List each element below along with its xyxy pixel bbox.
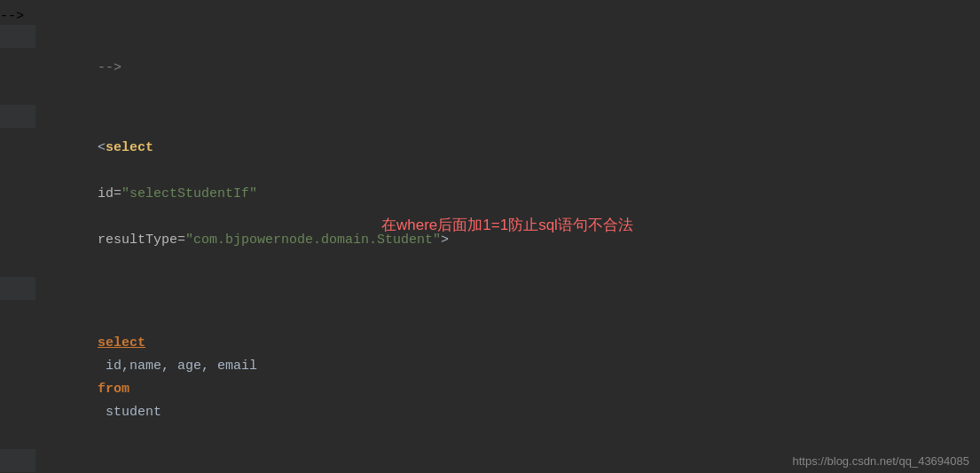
- code-editor: --> --> <select id="selectStudentIf" res…: [0, 0, 980, 473]
- kw-select: select: [98, 335, 145, 351]
- attr-id-val: "selectStudentIf": [122, 186, 257, 201]
- footer-url: https://blog.csdn.net/qq_43694085: [793, 454, 970, 468]
- space2: [98, 209, 106, 225]
- comment-close: -->: [98, 60, 122, 75]
- angle-open: <: [98, 140, 106, 155]
- kw-from: from: [98, 382, 129, 397]
- space1: [98, 163, 106, 178]
- space: id,name, age, email: [98, 359, 265, 374]
- line-code: where 1=1: [35, 458, 208, 473]
- tag-select: select: [106, 140, 153, 155]
- annotation-text: 在where后面加1=1防止sql语句不合法: [381, 215, 633, 235]
- line-code: select id,name, age, email from student: [35, 286, 265, 447]
- line-number: [0, 105, 35, 128]
- line-number: [0, 25, 35, 48]
- attr-id: id=: [98, 186, 122, 201]
- table: student: [98, 405, 161, 420]
- line-select-tag: <select id="selectStudentIf" resultType=…: [0, 104, 980, 276]
- line-select-query: select id,name, age, email from student: [0, 276, 980, 448]
- line-number: [0, 277, 35, 300]
- line-comment-end: -->: [0, 24, 980, 104]
- line-number: [0, 449, 35, 472]
- line-code: <select id="selectStudentIf" resultType=…: [35, 114, 449, 275]
- line-code: -->: [35, 34, 122, 103]
- attr-result: resultType=: [98, 233, 185, 248]
